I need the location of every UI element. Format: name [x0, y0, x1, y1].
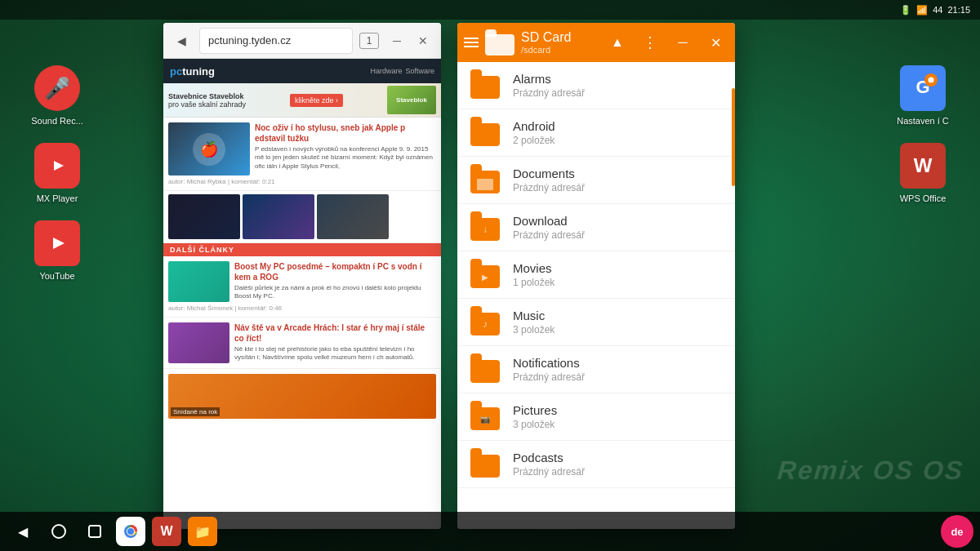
folder-music[interactable]: Music 3 položek [457, 299, 735, 346]
back-button[interactable]: ◀ [7, 515, 39, 548]
site-nav: Hardware Software [370, 67, 434, 75]
folder-download[interactable]: Download Prázdný adresář [457, 204, 735, 251]
folder-music-icon [470, 309, 500, 335]
banner-ad: Stavebnice Staveblokpro vaše skalní zahr… [163, 83, 441, 118]
minimize-btn[interactable]: ─ [385, 29, 408, 52]
svg-point-6 [929, 78, 934, 83]
folder-music-name: Music [513, 309, 722, 322]
battery-icon: 🔋 [900, 5, 911, 16]
thumb-3 [317, 194, 389, 239]
folder-android[interactable]: Android 2 položek [457, 109, 735, 157]
folder-download-name: Download [513, 214, 722, 228]
folder-alarms-icon [470, 73, 500, 99]
article-3-title: Náv ště va v Arcade Hrách: I star é hry … [234, 322, 436, 344]
folder-alarms-info: Alarms Prázdný adresář [513, 72, 722, 99]
sound-recorder-icon[interactable]: 🎤 Sound Rec... [24, 65, 90, 127]
desktop-icons-right: G Nastaven í C W WPS Office [890, 65, 956, 204]
svg-point-7 [52, 525, 65, 538]
article-1-body: P edstaven í nových výrobků na konferenc… [255, 145, 436, 171]
browser-content: pc tuning Hardware Software Stavebnice S… [163, 59, 441, 529]
article-3-text: Náv ště va v Arcade Hrách: I star é hry … [234, 322, 436, 363]
folder-download-icon [470, 215, 500, 241]
taskbar-files-icon[interactable]: 📁 [188, 517, 217, 546]
folder-movies-info: Movies 1 položek [513, 261, 722, 288]
svg-rect-8 [89, 526, 100, 537]
youtube-app-icon[interactable]: YouTube [24, 220, 90, 282]
article-3-thumb [168, 322, 229, 363]
more-content: Snídaně na rok [163, 369, 441, 424]
banner-cta[interactable]: klikněte zde › [290, 94, 343, 107]
folder-movies-icon [470, 262, 500, 288]
thumbnails-row [163, 191, 441, 243]
hamburger-menu-btn[interactable] [464, 38, 479, 47]
folder-notifications[interactable]: Notifications Prázdný adresář [457, 346, 735, 393]
browser-back-btn[interactable]: ◀ [170, 29, 193, 52]
close-btn[interactable]: ✕ [412, 29, 434, 52]
desktop-icons-left: 🎤 Sound Rec... MX Player YouTube [24, 65, 90, 282]
folder-pictures-info: Pictures 3 položek [513, 403, 722, 430]
article-1-content: 🍎 Noc oživ í ho stylusu, sneb jak Apple … [168, 122, 436, 176]
mx-player-icon[interactable]: MX Player [24, 143, 90, 204]
folder-alarms[interactable]: Alarms Prázdný adresář [457, 62, 735, 109]
article-2-title: Boost My PC posedmé – kompaktn í PC s vo… [234, 261, 436, 282]
wps-office-icon[interactable]: W WPS Office [890, 143, 956, 204]
google-settings-label: Nastaven í C [897, 116, 949, 127]
de-label: de [951, 526, 963, 538]
fm-minimize-btn[interactable]: ─ [670, 29, 696, 56]
article-2-meta: autor: Michal Šimonek | komentář: 0:46 [168, 304, 436, 312]
url-bar[interactable]: pctuning.tyden.cz [199, 28, 353, 54]
browser-win-controls: ─ ✕ [385, 29, 434, 52]
dalsi-clanky-label: DALŠÍ ČLÁNKY [163, 243, 441, 256]
recents-button[interactable] [78, 515, 111, 548]
taskbar-wps-icon[interactable]: W [152, 517, 181, 546]
folder-download-sub: Prázdný adresář [513, 229, 722, 241]
fm-file-list: Alarms Prázdný adresář Android 2 položek [457, 62, 735, 529]
folder-android-icon [470, 120, 500, 146]
article-2-text: Boost My PC posedmé – kompaktn í PC s vo… [234, 261, 436, 302]
thumb-2 [243, 194, 314, 239]
fm-sort-btn[interactable]: ▲ [604, 29, 630, 56]
de-button[interactable]: de [941, 515, 973, 548]
article-2: Boost My PC posedmé – kompaktn í PC s vo… [163, 256, 441, 318]
folder-pictures[interactable]: Pictures 3 položek [457, 393, 735, 441]
nav-item: Software [405, 67, 434, 75]
folder-movies[interactable]: Movies 1 položek [457, 251, 735, 299]
folder-android-info: Android 2 položek [513, 119, 722, 146]
staveblok-logo: Staveblok [387, 86, 436, 114]
folder-music-info: Music 3 položek [513, 309, 722, 335]
mx-player-label: MX Player [37, 193, 78, 204]
folder-notifications-sub: Prázdný adresář [513, 371, 722, 383]
folder-documents[interactable]: Documents Prázdný adresář [457, 157, 735, 204]
article-3: Náv ště va v Arcade Hrách: I star é hry … [163, 318, 441, 369]
tab-icon-btn[interactable]: 1 [359, 33, 379, 49]
fm-title-area: SD Card /sdcard [521, 30, 598, 55]
filemanager-window: SD Card /sdcard ▲ ⋮ ─ ✕ Alarms Prázdný a… [457, 23, 735, 529]
taskbar: ◀ W 📁 de [0, 512, 980, 551]
home-button[interactable] [42, 515, 75, 548]
fm-close-btn[interactable]: ✕ [702, 29, 728, 56]
site-logo-2: tuning [182, 65, 215, 78]
side-thumb-1: Snídaně na rok [168, 374, 436, 419]
clock: 21:15 [947, 5, 970, 15]
article-2-body: Daléší půrtek je za námi a prok él ho zn… [234, 284, 436, 300]
folder-music-sub: 3 položek [513, 324, 722, 335]
youtube-label: YouTube [39, 271, 74, 282]
article-1-text: Noc oživ í ho stylusu, sneb jak Apple p … [255, 122, 436, 176]
fm-more-btn[interactable]: ⋮ [637, 29, 663, 56]
sidebar-articles: Snídaně na rok [168, 374, 436, 419]
folder-podcasts[interactable]: Podcasts Prázdný adresář [457, 441, 735, 488]
folder-podcasts-sub: Prázdný adresář [513, 466, 722, 478]
folder-notifications-name: Notifications [513, 356, 722, 370]
browser-window: ◀ pctuning.tyden.cz 1 ─ ✕ pc tuning Hard… [163, 23, 441, 529]
fm-subtitle: /sdcard [521, 45, 598, 55]
folder-download-info: Download Prázdný adresář [513, 214, 722, 241]
thumb-1 [168, 194, 240, 239]
article-3-content: Náv ště va v Arcade Hrách: I star é hry … [168, 322, 436, 363]
desktop: 🔋 📶 44 21:15 Remix OS OS 🎤 Sound Rec... … [0, 0, 980, 551]
google-settings-icon[interactable]: G Nastaven í C [890, 65, 956, 127]
sd-card-folder-icon [485, 29, 514, 56]
folder-documents-name: Documents [513, 167, 722, 180]
taskbar-chrome-icon[interactable] [116, 517, 145, 546]
folder-documents-info: Documents Prázdný adresář [513, 167, 722, 193]
folder-podcasts-info: Podcasts Prázdný adresář [513, 451, 722, 478]
